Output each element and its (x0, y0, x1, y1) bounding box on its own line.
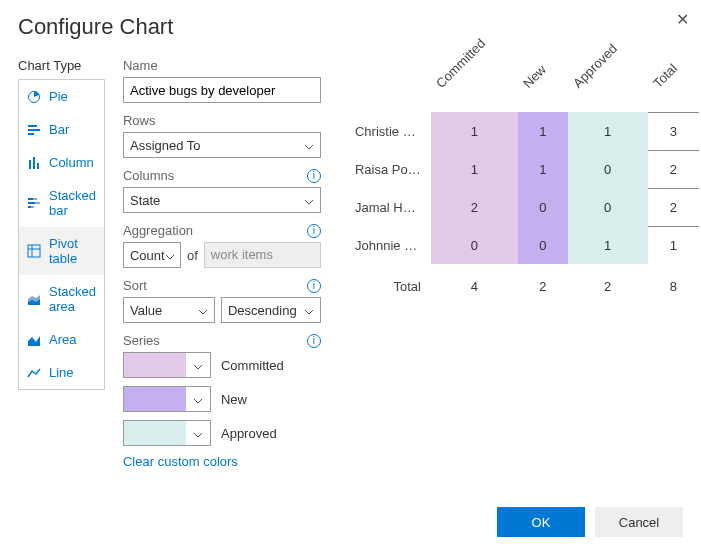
chart-type-label-text: Stacked area (49, 284, 96, 314)
chart-type-pie[interactable]: Pie (19, 80, 104, 113)
color-picker-committed[interactable] (123, 352, 211, 378)
chevron-down-icon (304, 305, 314, 315)
ok-button[interactable]: OK (497, 507, 585, 537)
series-label: Series (123, 333, 160, 348)
table-total-row: Total 4 2 2 8 (345, 264, 699, 298)
cancel-button[interactable]: Cancel (595, 507, 683, 537)
svg-rect-9 (28, 202, 35, 204)
chevron-down-icon (193, 394, 203, 404)
series-item-new: New (123, 386, 321, 412)
chevron-down-icon (304, 195, 314, 205)
table-row: Johnnie McL... 0 0 1 1 (345, 226, 699, 264)
color-swatch (124, 387, 186, 411)
row-header: Christie Ch... (345, 112, 431, 150)
series-name: New (221, 392, 247, 407)
aggregation-value: Count (130, 248, 165, 263)
name-label: Name (123, 58, 158, 73)
chart-type-stacked-area[interactable]: Stacked area (19, 275, 104, 323)
rows-select[interactable]: Assigned To (123, 132, 321, 158)
sort-label: Sort (123, 278, 147, 293)
svg-rect-12 (31, 206, 34, 208)
series-name: Approved (221, 426, 277, 441)
chart-type-label-text: Stacked bar (49, 188, 96, 218)
color-swatch (124, 353, 186, 377)
chart-type-list: Pie Bar Column Stacked bar Pivot table (18, 79, 105, 390)
svg-rect-2 (28, 129, 40, 131)
columns-select[interactable]: State (123, 187, 321, 213)
svg-rect-10 (35, 202, 40, 204)
table-row: Raisa Pokro... 1 1 0 2 (345, 150, 699, 188)
chevron-down-icon (165, 250, 175, 260)
chart-type-pivot-table[interactable]: Pivot table (19, 227, 104, 275)
chart-type-label-text: Line (49, 365, 74, 380)
sort-direction-select[interactable]: Descending (221, 297, 321, 323)
chevron-down-icon (193, 428, 203, 438)
svg-rect-8 (33, 198, 37, 200)
chart-type-label: Chart Type (18, 58, 105, 73)
chart-type-label-text: Bar (49, 122, 69, 137)
stacked-area-icon (27, 292, 41, 306)
info-icon[interactable]: i (307, 169, 321, 183)
rows-value: Assigned To (130, 138, 201, 153)
row-header: Johnnie McL... (345, 226, 431, 264)
chart-type-label-text: Area (49, 332, 76, 347)
aggregation-label: Aggregation (123, 223, 193, 238)
svg-rect-7 (28, 198, 33, 200)
svg-rect-6 (37, 163, 39, 169)
color-picker-new[interactable] (123, 386, 211, 412)
columns-label: Columns (123, 168, 174, 183)
pivot-table-icon (27, 244, 41, 258)
svg-rect-3 (28, 133, 34, 135)
name-input[interactable] (123, 77, 321, 103)
info-icon[interactable]: i (307, 334, 321, 348)
chevron-down-icon (304, 140, 314, 150)
series-item-committed: Committed (123, 352, 321, 378)
column-header: Total (612, 40, 684, 112)
row-header: Raisa Pokro... (345, 150, 431, 188)
row-header-total: Total (345, 264, 431, 298)
aggregation-of-text: of (187, 248, 198, 263)
svg-rect-4 (29, 160, 31, 169)
sort-direction-value: Descending (228, 303, 297, 318)
chart-type-column[interactable]: Column (19, 146, 104, 179)
svg-rect-5 (33, 157, 35, 169)
aggregation-select[interactable]: Count (123, 242, 181, 268)
column-icon (27, 156, 41, 170)
columns-value: State (130, 193, 160, 208)
area-icon (27, 333, 41, 347)
table-row: Christie Ch... 1 1 1 3 (345, 112, 699, 150)
pivot-table-preview: Committed New Approved Total Christie Ch… (345, 62, 699, 298)
svg-rect-1 (28, 125, 37, 127)
chevron-down-icon (198, 305, 208, 315)
chart-type-label-text: Pie (49, 89, 68, 104)
table-row: Jamal Hartn... 2 0 0 2 (345, 188, 699, 226)
row-header: Jamal Hartn... (345, 188, 431, 226)
svg-rect-13 (28, 245, 40, 257)
svg-rect-11 (28, 206, 31, 208)
rows-label: Rows (123, 113, 156, 128)
chart-type-area[interactable]: Area (19, 323, 104, 356)
color-swatch (124, 421, 186, 445)
info-icon[interactable]: i (307, 279, 321, 293)
chart-type-label-text: Column (49, 155, 94, 170)
clear-custom-colors-link[interactable]: Clear custom colors (123, 454, 321, 469)
stacked-bar-icon (27, 196, 41, 210)
bar-icon (27, 123, 41, 137)
chevron-down-icon (193, 360, 203, 370)
sort-by-value: Value (130, 303, 162, 318)
aggregation-unit: work items (204, 242, 321, 268)
chart-type-label-text: Pivot table (49, 236, 96, 266)
color-picker-approved[interactable] (123, 420, 211, 446)
series-name: Committed (221, 358, 284, 373)
sort-by-select[interactable]: Value (123, 297, 215, 323)
chart-type-line[interactable]: Line (19, 356, 104, 389)
close-icon[interactable]: ✕ (676, 10, 689, 29)
chart-type-bar[interactable]: Bar (19, 113, 104, 146)
info-icon[interactable]: i (307, 224, 321, 238)
chart-type-stacked-bar[interactable]: Stacked bar (19, 179, 104, 227)
line-icon (27, 366, 41, 380)
series-item-approved: Approved (123, 420, 321, 446)
pie-icon (27, 90, 41, 104)
